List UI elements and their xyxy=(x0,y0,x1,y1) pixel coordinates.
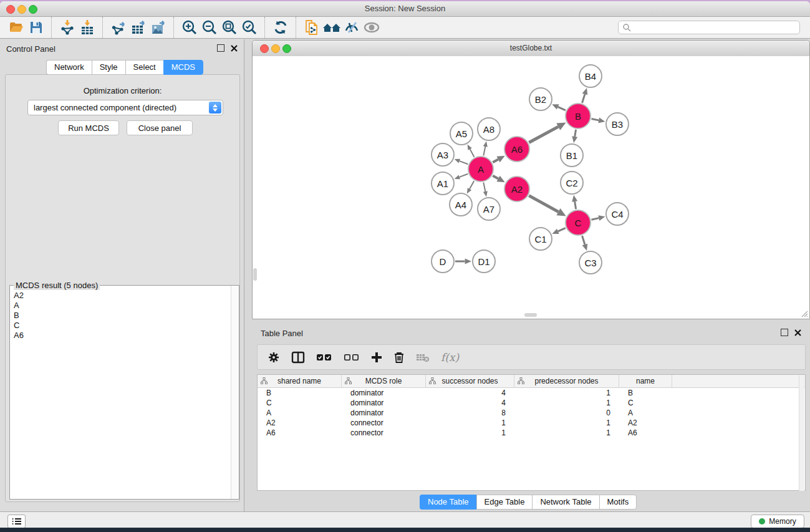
export-network-icon[interactable] xyxy=(108,18,128,37)
result-item[interactable]: A2 xyxy=(14,291,226,301)
result-item[interactable]: A xyxy=(14,301,226,311)
column-header-MCDS-role[interactable]: MCDS role xyxy=(342,375,426,387)
float-panel-icon[interactable] xyxy=(217,44,224,52)
graph-node-A4[interactable]: A4 xyxy=(449,193,473,216)
tab-style[interactable]: Style xyxy=(92,60,125,75)
save-session-icon[interactable] xyxy=(26,18,46,37)
column-header-name[interactable]: name xyxy=(619,375,672,387)
split-columns-icon[interactable] xyxy=(291,351,305,364)
delete-table-icon[interactable] xyxy=(416,352,430,362)
graph-node-C2[interactable]: C2 xyxy=(560,171,584,195)
net-maximize-icon[interactable] xyxy=(282,44,291,53)
graph-node-D[interactable]: D xyxy=(431,249,455,273)
net-minimize-icon[interactable] xyxy=(271,44,280,53)
home-views-icon[interactable] xyxy=(322,18,342,37)
canvas-hscroll-thumb[interactable] xyxy=(524,313,537,317)
zoom-fit-icon[interactable] xyxy=(219,18,239,37)
result-item[interactable]: A6 xyxy=(14,331,226,341)
import-network-icon[interactable] xyxy=(57,18,77,37)
graph-node-A6[interactable]: A6 xyxy=(504,136,530,162)
table-cell[interactable]: 1 xyxy=(426,428,514,437)
column-header-shared-name[interactable]: shared name xyxy=(258,375,342,387)
graph-node-A1[interactable]: A1 xyxy=(431,172,455,195)
table-cell[interactable]: 1 xyxy=(426,418,514,427)
table-cell[interactable]: C xyxy=(258,399,342,407)
table-row[interactable]: Cdominator41C xyxy=(258,398,805,408)
add-column-icon[interactable] xyxy=(371,352,382,363)
table-cell[interactable]: A xyxy=(258,409,342,417)
table-row[interactable]: A2connector11A2 xyxy=(258,418,805,428)
table-cell[interactable]: dominator xyxy=(342,389,426,397)
table-cell[interactable]: dominator xyxy=(342,409,426,417)
table-cell[interactable]: 4 xyxy=(426,389,514,397)
result-item[interactable]: C xyxy=(14,321,226,331)
table-cell[interactable]: 1 xyxy=(514,418,619,427)
table-cell[interactable]: dominator xyxy=(342,399,426,407)
clone-network-icon[interactable] xyxy=(302,18,322,37)
refresh-icon[interactable] xyxy=(271,18,291,37)
table-scrollbar[interactable] xyxy=(799,375,804,491)
run-mcds-button[interactable]: Run MCDS xyxy=(58,120,119,135)
table-cell[interactable]: A6 xyxy=(619,428,672,437)
table-cell[interactable]: A2 xyxy=(258,418,342,427)
table-cell[interactable]: 1 xyxy=(514,428,619,437)
graph-node-B4[interactable]: B4 xyxy=(579,64,602,88)
import-table-icon[interactable] xyxy=(77,18,97,37)
unselect-all-columns-icon[interactable] xyxy=(344,353,360,362)
result-scrollbar[interactable] xyxy=(231,286,239,499)
function-builder-icon[interactable]: f(x) xyxy=(441,351,459,364)
graph-node-B1[interactable]: B1 xyxy=(560,143,584,167)
maximize-window-icon[interactable] xyxy=(29,5,37,14)
table-cell[interactable]: 1 xyxy=(514,389,619,397)
resize-grip-icon[interactable] xyxy=(799,309,808,317)
table-cell[interactable]: connector xyxy=(342,418,426,427)
column-header-successor-nodes[interactable]: successor nodes xyxy=(426,375,514,387)
task-history-button[interactable] xyxy=(7,515,26,528)
settings-gear-icon[interactable] xyxy=(268,351,280,364)
table-cell[interactable]: B xyxy=(619,389,672,397)
table-row[interactable]: Bdominator41B xyxy=(258,388,805,398)
table-cell[interactable]: A6 xyxy=(258,428,342,437)
graph-node-B2[interactable]: B2 xyxy=(529,87,552,111)
open-session-icon[interactable] xyxy=(6,18,26,37)
node-table[interactable]: shared nameMCDS rolesuccessor nodesprede… xyxy=(257,374,806,491)
graph-node-A8[interactable]: A8 xyxy=(477,117,501,141)
select-all-columns-icon[interactable] xyxy=(316,353,332,362)
graph-node-A3[interactable]: A3 xyxy=(431,143,455,167)
hide-graphics-icon[interactable] xyxy=(342,18,362,37)
result-item[interactable]: B xyxy=(14,311,226,321)
graph-node-D1[interactable]: D1 xyxy=(472,249,496,273)
export-table-icon[interactable] xyxy=(128,18,148,37)
delete-column-icon[interactable] xyxy=(393,351,405,364)
zoom-in-icon[interactable] xyxy=(180,18,200,37)
table-cell[interactable]: B xyxy=(258,389,342,397)
table-row[interactable]: A6connector11A6 xyxy=(258,428,805,438)
table-cell[interactable]: A xyxy=(619,409,672,417)
canvas-vscroll-thumb[interactable] xyxy=(253,268,257,281)
graph-node-A7[interactable]: A7 xyxy=(477,197,501,221)
table-cell[interactable]: 8 xyxy=(426,409,514,417)
table-cell[interactable]: 4 xyxy=(426,399,514,407)
table-cell[interactable]: 1 xyxy=(514,399,619,407)
float-table-panel-icon[interactable] xyxy=(781,329,788,336)
criterion-dropdown[interactable]: largest connected component (directed) xyxy=(27,100,223,115)
graph-node-A5[interactable]: A5 xyxy=(450,122,473,145)
graph-node-C4[interactable]: C4 xyxy=(605,202,629,226)
table-cell[interactable]: C xyxy=(619,399,672,407)
graph-node-B[interactable]: B xyxy=(565,103,591,129)
minimize-window-icon[interactable] xyxy=(17,5,26,14)
tab-node-table[interactable]: Node Table xyxy=(420,495,476,510)
table-cell[interactable]: A2 xyxy=(619,418,672,427)
tab-network-table[interactable]: Network Table xyxy=(532,495,599,510)
close-table-panel-icon[interactable] xyxy=(794,329,801,336)
zoom-out-icon[interactable] xyxy=(200,18,219,37)
export-image-icon[interactable] xyxy=(148,18,168,37)
memory-button[interactable]: Memory xyxy=(751,515,804,528)
graph-node-C3[interactable]: C3 xyxy=(579,251,602,274)
graph-node-A[interactable]: A xyxy=(468,156,494,182)
close-panel-icon[interactable] xyxy=(231,45,238,52)
tab-mcds[interactable]: MCDS xyxy=(163,60,203,75)
table-row[interactable]: Adominator80A xyxy=(258,408,805,418)
column-header-predecessor-nodes[interactable]: predecessor nodes xyxy=(514,375,619,387)
table-cell[interactable]: connector xyxy=(342,428,426,437)
